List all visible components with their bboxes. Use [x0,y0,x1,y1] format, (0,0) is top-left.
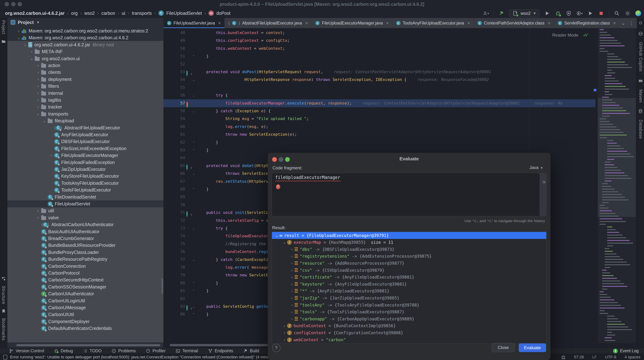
tree-chevron-icon[interactable]: ⌄ [28,56,35,61]
result-row[interactable]: ›fwebContext = "carbon" [272,336,546,343]
result-chevron-icon[interactable]: ⌄ [282,240,287,245]
tree-row[interactable]: ›Maven: org.wso2.carbon:org.wso2.carbon.… [8,27,164,34]
tree-row[interactable]: CBundleBasedUIResourceProvider [8,242,164,249]
run-secondary-button[interactable] [587,10,594,16]
tree-row[interactable]: CCarbonUIMessage [8,304,164,311]
tree-chevron-icon[interactable]: › [35,105,41,109]
fold-marker-icon[interactable]: ⌃ [192,52,196,60]
result-row[interactable]: ›"tools" -> {ToolsFileUploadExecutor@398… [272,308,546,315]
tree-row[interactable]: ⌄transports [8,110,164,117]
editor-scrollbar-marker[interactable] [594,89,596,91]
result-chevron-icon[interactable]: › [289,317,295,321]
fold-marker-icon[interactable]: ⌃ [192,185,196,193]
collapse-icon[interactable]: ⇲ [542,179,545,184]
run-button[interactable] [544,10,550,16]
close-tab-icon[interactable]: × [386,20,389,26]
toolwindow-button-endpoints[interactable]: Endpoints [208,348,233,353]
result-chevron-icon[interactable]: › [289,296,295,300]
editor-tab[interactable]: CServletRegistration.class× [554,18,620,28]
breadcrumb-method[interactable]: doPost [216,11,230,16]
tree-chevron-icon[interactable]: › [16,29,22,33]
toolwindow-button-build[interactable]: Build [243,348,259,353]
result-chevron-icon[interactable]: › [289,268,295,272]
breadcrumb-item[interactable]: ui [122,11,125,16]
toolwindow-button-debug[interactable]: Debug [54,348,73,353]
tree-chevron-icon[interactable]: › [28,49,35,54]
tree-row[interactable]: ›filters [8,83,164,90]
tree-row[interactable]: CDefaultAuthenticatorCredentials [8,325,164,332]
editor-tab[interactable]: CFileUploadExecutorManager.java× [312,18,392,28]
chevron-down-icon[interactable]: ⌄ [621,20,625,26]
tree-row[interactable]: ›valve [8,214,164,221]
fold-marker-icon[interactable]: ⌃ [192,287,196,295]
breadcrumb-item[interactable]: org [71,11,78,16]
tree-row[interactable]: CToolsAnyFileUploadExecutor [8,180,164,187]
status-caret-position[interactable]: 57:28 [574,355,584,359]
tree-chevron-icon[interactable]: › [35,70,41,75]
github-copilot-icon[interactable] [638,31,643,36]
tree-row[interactable]: CCarbonUIUtil [8,311,164,318]
tree-row[interactable]: CBasicAuthUIAuthenticator [8,228,164,235]
code-fragment-input[interactable]: fileUploadExecutorManager ! ⇲ [272,173,546,216]
fragment-text[interactable]: fileUploadExecutorManager [275,175,340,180]
build-hammer-icon[interactable] [498,10,504,16]
event-log-button[interactable]: 1Event Log [613,348,638,353]
result-row[interactable]: ›"csv" -> {CSVUploadExecutor@39879} [272,267,546,274]
tree-row[interactable]: ›deployment [8,76,164,83]
status-file-encoding[interactable]: UTF-8 [605,355,616,359]
close-button[interactable]: Close [492,343,515,352]
reader-mode-widget[interactable]: Reader Mode ✓✓ [552,32,589,38]
result-row[interactable]: ›"certificate" -> {AnyFileUploadExecutor… [272,274,546,281]
result-row[interactable]: ›"*" -> {AnyFileUploadExecutor@39881} [272,288,546,295]
tree-row[interactable]: ›clients [8,69,164,76]
fold-marker-icon[interactable]: ⌄ [192,91,196,99]
tree-row[interactable]: CBundleResourcePathRegistry [8,256,164,263]
result-row[interactable]: ›"dbs" -> {DBSFileUploadExecutor@39873} [272,246,546,253]
fold-marker-icon[interactable]: ⌃ [192,310,196,318]
toolwindow-button-problems[interactable]: Problems [112,348,136,353]
toolwindow-button-terminal[interactable]: Terminal [176,348,198,353]
sidebar-tab-structure[interactable]: Structure [1,286,6,304]
tree-row[interactable]: CCarbonSSOSessionManager [8,283,164,290]
zoom-window-icon[interactable] [18,2,22,6]
tree-row[interactable]: CFileSizeLimitExceededException [8,145,164,152]
result-row[interactable]: ›"keystore" -> {AnyFileUploadExecutor@39… [272,281,546,288]
tree-row[interactable]: CBreadCrumbGenerator [8,235,164,242]
debug-button[interactable] [555,10,561,16]
tree-row[interactable]: (C)AbstractFileUploadExecutor [8,124,164,131]
kebab-menu-icon[interactable]: ⋮ [629,20,634,26]
tree-row[interactable]: CCarbonUILoginUtil [8,297,164,304]
result-chevron-icon[interactable]: › [289,254,295,258]
fold-marker-icon[interactable]: ⌃ [192,138,196,146]
tree-row[interactable]: ›taglibs [8,97,164,104]
tree-row[interactable]: CAnyFileUploadExecutor [8,131,164,138]
tree-chevron-icon[interactable]: ⌄ [22,42,28,47]
tree-chevron-icon[interactable]: › [35,209,41,213]
result-chevron-icon[interactable]: › [289,261,295,265]
override-marker-icon[interactable] [186,304,192,309]
fold-marker-icon[interactable]: ⌄ [192,76,196,84]
result-chevron-icon[interactable]: › [282,331,287,335]
profile-icon[interactable]: ▾ [483,10,489,16]
tree-chevron-icon[interactable]: ⌄ [35,112,41,116]
editor-tab[interactable]: CFileUploadServlet.java× [164,18,225,28]
tree-row[interactable]: ›util [8,207,164,214]
tree-row[interactable]: ⌄org.wso2.carbon.ui [8,55,164,62]
fold-marker-icon[interactable]: ⌄ [192,224,196,232]
result-row[interactable]: ›"carbonapp" -> {CarbonAppUploadExecutor… [272,315,546,322]
status-line-separator[interactable]: LF [592,355,597,359]
fold-marker-icon[interactable]: ⌄ [192,302,196,310]
override-marker-icon[interactable] [186,210,192,216]
tree-chevron-icon[interactable]: › [35,91,41,95]
tree-chevron-icon[interactable]: ⌄ [16,36,22,40]
breakpoint-icon[interactable] [186,101,192,106]
tree-row[interactable]: ICarbonUIAuthenticator [8,290,164,297]
close-tab-icon[interactable]: × [218,20,221,26]
tree-row[interactable]: (C)AbstractCarbonUIAuthenticator [8,221,164,228]
fold-marker-icon[interactable]: ⌄ [192,169,196,177]
editor-tab[interactable]: CContextPathServletAdaptor.class× [474,18,554,28]
tree-row[interactable]: CFileUploadFailedException [8,159,164,166]
toolwindow-button-version-control[interactable]: Version Control [9,348,44,353]
tree-chevron-icon[interactable]: › [48,153,54,158]
breadcrumb-item[interactable]: wso2 [84,11,95,16]
